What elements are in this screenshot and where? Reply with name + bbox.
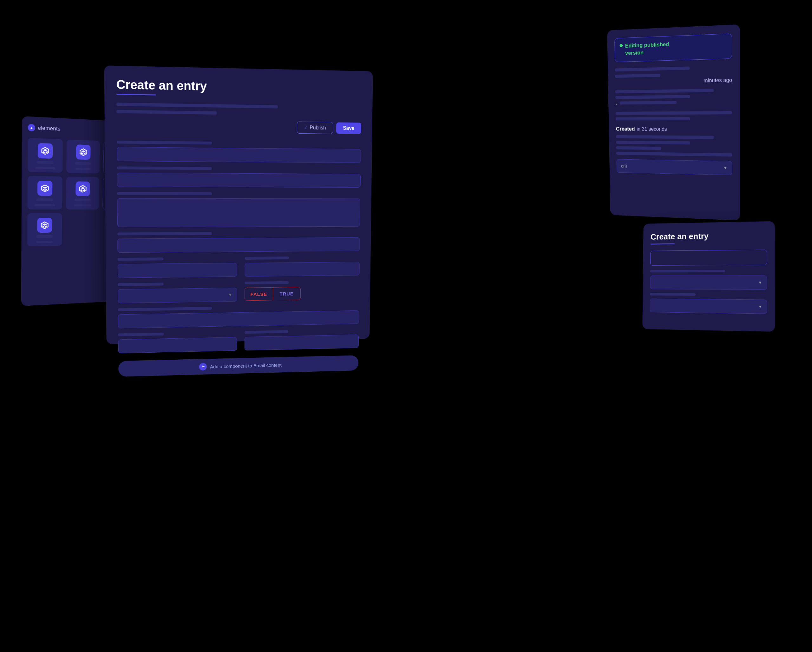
title-underline-2 — [650, 243, 675, 245]
cube-icon — [37, 218, 52, 233]
skeleton-bar — [616, 146, 661, 150]
skeleton-bar — [620, 101, 677, 105]
status-dot-icon — [620, 44, 623, 47]
textarea-input[interactable] — [117, 198, 360, 228]
list-item[interactable] — [66, 177, 99, 210]
form-area: ▼ FALSE TRUE — [117, 141, 361, 353]
dropdown-field[interactable]: ▼ — [118, 288, 237, 303]
created-label: Created — [616, 126, 635, 132]
arrow-down-icon: ▼ — [758, 305, 762, 309]
item-sublabel-bar — [34, 204, 55, 206]
toggle-true-button[interactable]: TRUE — [273, 287, 301, 300]
text-input[interactable] — [117, 173, 361, 188]
list-item[interactable] — [66, 139, 100, 173]
skeleton-bar — [616, 141, 690, 144]
locale-select[interactable]: en) ▼ — [616, 159, 732, 175]
text-input[interactable] — [118, 237, 360, 253]
cube-icon — [37, 181, 52, 196]
locale-select-value: en) — [621, 164, 627, 168]
boolean-toggle: FALSE TRUE — [244, 287, 301, 301]
plus-icon: + — [199, 363, 207, 370]
text-input[interactable] — [118, 337, 237, 354]
skeleton-bar — [615, 95, 690, 99]
arrow-down-icon: ▼ — [723, 166, 727, 170]
cube-icon — [38, 143, 53, 158]
created-value: in 31 seconds — [636, 126, 667, 132]
form-field — [117, 141, 361, 163]
list-item[interactable] — [27, 138, 63, 173]
text-input[interactable] — [244, 335, 359, 350]
minutes-ago-text: minutes ago — [615, 77, 732, 85]
chevron-up-icon[interactable]: ▲ — [28, 124, 35, 132]
item-label-bar — [37, 161, 54, 164]
create-entry-card-2: Create an entry ▼ ▼ — [642, 221, 775, 332]
text-input[interactable] — [118, 311, 359, 329]
cube-icon — [75, 181, 90, 196]
list-item[interactable] — [27, 176, 63, 210]
form-field — [118, 305, 359, 328]
field-label-bar — [244, 330, 288, 334]
elements-label: elements — [38, 125, 60, 132]
dropdown-arrow-icon: ▼ — [228, 292, 232, 297]
skeleton-bar — [116, 103, 278, 108]
item-label-bar — [37, 198, 53, 201]
skeleton-bar — [615, 89, 714, 93]
form-field — [117, 166, 361, 188]
field-label-bar — [118, 307, 212, 311]
form-field — [118, 331, 237, 353]
publish-button[interactable]: ✓ Publish — [297, 122, 333, 134]
field-label-bar — [117, 192, 212, 195]
field-label-bar — [118, 283, 164, 286]
text-input[interactable] — [244, 262, 359, 277]
field-label-bar — [118, 333, 164, 337]
entry2-select-2[interactable]: ▼ — [650, 299, 767, 314]
field-label-bar — [118, 257, 164, 260]
item-sublabel-bar — [74, 204, 92, 206]
skeleton-bar — [616, 117, 690, 120]
skeleton-bar — [616, 135, 714, 139]
status-panel-card: Editing publishedversion minutes ago • C… — [607, 24, 740, 220]
add-component-button[interactable]: + Add a component to Email content — [118, 355, 359, 377]
item-label-bar — [75, 199, 91, 201]
form-field — [118, 231, 360, 253]
skeleton-bar — [650, 293, 696, 296]
bullet-icon: • — [615, 102, 617, 108]
entry2-text-input[interactable] — [650, 249, 767, 265]
field-label-bar — [244, 281, 288, 285]
skeleton-bar — [615, 66, 690, 72]
check-icon: ✓ — [304, 125, 308, 130]
form-field — [244, 329, 359, 351]
skeleton-bar — [615, 73, 660, 78]
item-label-bar — [75, 162, 91, 165]
field-label-bar — [117, 166, 212, 170]
text-input[interactable] — [117, 147, 361, 163]
entry2-select-1[interactable]: ▼ — [650, 275, 767, 290]
status-text: Editing publishedversion — [625, 41, 669, 57]
save-button[interactable]: Save — [336, 122, 361, 134]
form-field: FALSE TRUE — [244, 280, 359, 301]
toolbar: ✓ Publish Save — [116, 119, 361, 134]
main-create-entry-card: Create an entry ✓ Publish Save — [104, 66, 373, 344]
item-label-bar — [36, 235, 53, 238]
toggle-false-button[interactable]: FALSE — [245, 288, 273, 301]
skeleton-bar — [116, 110, 217, 115]
skeleton-bar — [650, 270, 725, 272]
bullet-row: • — [615, 100, 732, 108]
field-label-bar — [245, 257, 289, 260]
title-underline — [116, 93, 156, 95]
item-sublabel-bar — [75, 168, 90, 170]
page-title: Create an entry — [116, 78, 362, 96]
arrow-down-icon: ▼ — [759, 280, 762, 285]
field-label-bar — [117, 141, 212, 144]
form-field — [244, 256, 360, 277]
page-title-2: Create an entry — [650, 230, 767, 242]
cube-icon — [76, 144, 91, 160]
skeleton-bar — [616, 152, 732, 156]
scene: ▲ elements — [0, 0, 812, 652]
item-sublabel-bar — [35, 167, 55, 169]
text-input[interactable] — [118, 263, 237, 278]
list-item[interactable] — [27, 213, 62, 246]
field-label-bar — [118, 232, 212, 235]
item-sublabel-bar — [36, 241, 53, 243]
form-field — [117, 192, 360, 227]
